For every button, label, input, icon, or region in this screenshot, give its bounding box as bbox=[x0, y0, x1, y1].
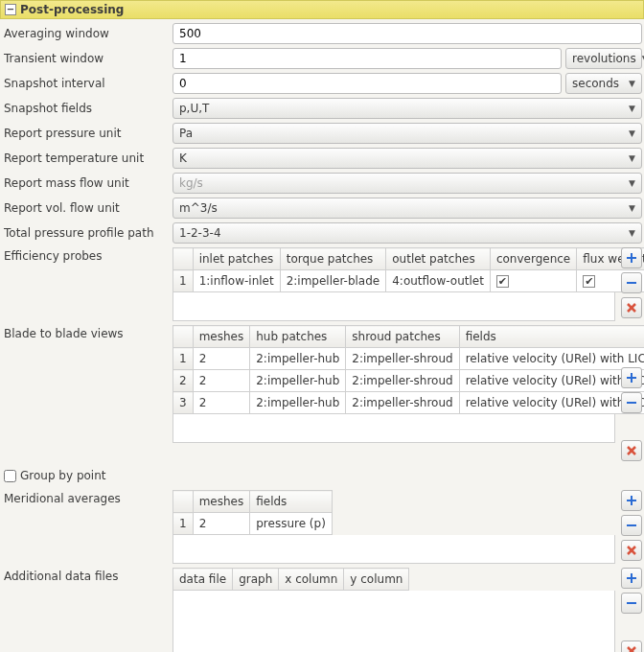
col-graph[interactable]: graph bbox=[233, 569, 279, 591]
table-cell[interactable]: 2 bbox=[193, 348, 250, 370]
col-meshes[interactable]: meshes bbox=[193, 326, 250, 348]
minus-icon bbox=[626, 397, 637, 408]
table-cell[interactable]: 2:impeller-shroud bbox=[346, 392, 459, 414]
table-cell[interactable]: relative velocity (URel) with LIC bbox=[459, 392, 644, 414]
col-shroud-patches[interactable]: shroud patches bbox=[346, 326, 459, 348]
snapshot-fields-value: p,U,T bbox=[179, 102, 209, 115]
report-mass-flow-unit-value: kg/s bbox=[179, 176, 203, 190]
plus-icon bbox=[626, 572, 637, 584]
row-total-pressure-profile-path: Total pressure profile path 1-2-3-4 ▼ bbox=[2, 222, 642, 244]
col-hub-patches[interactable]: hub patches bbox=[250, 326, 346, 348]
label-meridional-averages: Meridional averages bbox=[2, 490, 172, 505]
table-cell[interactable]: 2:impeller-hub bbox=[250, 348, 346, 370]
row-snapshot-fields: Snapshot fields p,U,T ▼ bbox=[2, 98, 642, 119]
blade-to-blade-buttons bbox=[621, 325, 642, 461]
table-cell[interactable]: 2:impeller-hub bbox=[250, 392, 346, 414]
row-group-by-point: Group by point bbox=[2, 465, 642, 486]
add-button[interactable] bbox=[621, 490, 642, 511]
table-cell[interactable]: 2 bbox=[193, 370, 250, 392]
cell-torque-patches[interactable]: 2:impeller-blade bbox=[280, 270, 386, 292]
table-cell[interactable]: 2 bbox=[193, 392, 250, 414]
efficiency-probes-table[interactable]: inlet patches torque patches outlet patc… bbox=[172, 247, 644, 292]
svg-rect-12 bbox=[627, 524, 636, 526]
table-row[interactable]: 322:impeller-hub2:impeller-shroudrelativ… bbox=[173, 392, 645, 414]
transient-window-unit-select[interactable]: revolutions ▼ bbox=[565, 48, 642, 69]
cell-meshes[interactable]: 2 bbox=[193, 513, 250, 535]
delete-button[interactable] bbox=[621, 640, 642, 652]
section-header[interactable]: − Post-processing bbox=[0, 0, 644, 19]
col-x-column[interactable]: x column bbox=[279, 569, 344, 591]
meridional-averages-table[interactable]: meshes fields 1 2 pressure (p) bbox=[172, 490, 333, 535]
add-button[interactable] bbox=[621, 247, 642, 268]
plus-icon bbox=[626, 372, 637, 384]
snapshot-interval-input[interactable] bbox=[172, 73, 562, 94]
label-snapshot-fields: Snapshot fields bbox=[2, 102, 172, 115]
minus-icon bbox=[626, 597, 637, 609]
table-row[interactable]: 222:impeller-hub2:impeller-shroudrelativ… bbox=[173, 370, 645, 392]
svg-rect-1 bbox=[627, 257, 636, 259]
label-averaging-window: Averaging window bbox=[2, 27, 172, 40]
table-cell[interactable]: relative velocity (URel) with LIC bbox=[459, 348, 644, 370]
report-vol-flow-unit-select[interactable]: m^3/s ▼ bbox=[172, 198, 642, 219]
col-convergence[interactable]: convergence bbox=[490, 248, 576, 270]
svg-rect-7 bbox=[627, 402, 636, 404]
svg-rect-2 bbox=[627, 282, 636, 284]
table-cell[interactable]: 2:impeller-shroud bbox=[346, 370, 459, 392]
label-transient-window: Transient window bbox=[2, 52, 172, 65]
table-pad bbox=[172, 535, 615, 564]
chevron-down-icon: ▼ bbox=[629, 128, 635, 138]
cross-icon bbox=[626, 545, 637, 556]
group-by-point-checkbox[interactable] bbox=[4, 470, 16, 482]
row-number: 3 bbox=[173, 392, 194, 414]
table-row[interactable]: 122:impeller-hub2:impeller-shroudrelativ… bbox=[173, 348, 645, 370]
label-blade-to-blade: Blade to blade views bbox=[2, 325, 172, 340]
averaging-window-input[interactable] bbox=[172, 23, 642, 44]
snapshot-fields-select[interactable]: p,U,T ▼ bbox=[172, 98, 642, 119]
remove-button[interactable] bbox=[621, 392, 642, 413]
cross-icon bbox=[626, 445, 637, 456]
cell-convergence[interactable]: ✔ bbox=[490, 270, 576, 292]
checkbox-icon[interactable]: ✔ bbox=[496, 275, 509, 288]
chevron-down-icon: ▼ bbox=[629, 178, 635, 188]
delete-button[interactable] bbox=[621, 440, 642, 461]
col-fields[interactable]: fields bbox=[459, 326, 644, 348]
col-outlet-patches[interactable]: outlet patches bbox=[386, 248, 491, 270]
report-temperature-unit-select[interactable]: K ▼ bbox=[172, 148, 642, 169]
remove-button[interactable] bbox=[621, 272, 642, 293]
col-inlet-patches[interactable]: inlet patches bbox=[193, 248, 280, 270]
table-row[interactable]: 1 2 pressure (p) bbox=[173, 513, 333, 535]
transient-window-input[interactable] bbox=[172, 48, 562, 69]
table-cell[interactable]: 2:impeller-shroud bbox=[346, 348, 459, 370]
col-torque-patches[interactable]: torque patches bbox=[280, 248, 386, 270]
cell-fields[interactable]: pressure (p) bbox=[250, 513, 333, 535]
snapshot-interval-unit-value: seconds bbox=[572, 77, 619, 90]
table-cell[interactable]: relative velocity (URel) with LIC bbox=[459, 370, 644, 392]
table-row[interactable]: 1 1:inflow-inlet 2:impeller-blade 4:outf… bbox=[173, 270, 645, 292]
blade-to-blade-table[interactable]: meshes hub patches shroud patches fields… bbox=[172, 325, 644, 414]
col-meshes[interactable]: meshes bbox=[193, 491, 250, 513]
cell-inlet-patches[interactable]: 1:inflow-inlet bbox=[193, 270, 280, 292]
remove-button[interactable] bbox=[621, 593, 642, 614]
checkbox-icon[interactable]: ✔ bbox=[583, 275, 595, 288]
additional-data-files-table[interactable]: data file graph x column y column bbox=[172, 568, 409, 591]
remove-button[interactable] bbox=[621, 515, 642, 536]
additional-data-files-buttons bbox=[621, 568, 642, 652]
add-button[interactable] bbox=[621, 367, 642, 388]
delete-button[interactable] bbox=[621, 297, 642, 318]
total-pressure-profile-path-value: 1-2-3-4 bbox=[179, 226, 221, 240]
report-pressure-unit-select[interactable]: Pa ▼ bbox=[172, 123, 642, 144]
table-cell[interactable]: 2:impeller-hub bbox=[250, 370, 346, 392]
snapshot-interval-unit-select[interactable]: seconds ▼ bbox=[565, 73, 642, 94]
total-pressure-profile-path-select[interactable]: 1-2-3-4 ▼ bbox=[172, 222, 642, 244]
table-corner bbox=[173, 491, 194, 513]
add-button[interactable] bbox=[621, 568, 642, 589]
cell-outlet-patches[interactable]: 4:outflow-outlet bbox=[386, 270, 491, 292]
row-number: 1 bbox=[173, 513, 194, 535]
delete-button[interactable] bbox=[621, 540, 642, 561]
section-title: Post-processing bbox=[20, 3, 124, 16]
col-fields[interactable]: fields bbox=[250, 491, 333, 513]
row-report-vol-flow-unit: Report vol. flow unit m^3/s ▼ bbox=[2, 198, 642, 219]
col-y-column[interactable]: y column bbox=[344, 569, 409, 591]
collapse-icon[interactable]: − bbox=[5, 4, 16, 15]
col-data-file[interactable]: data file bbox=[173, 569, 233, 591]
